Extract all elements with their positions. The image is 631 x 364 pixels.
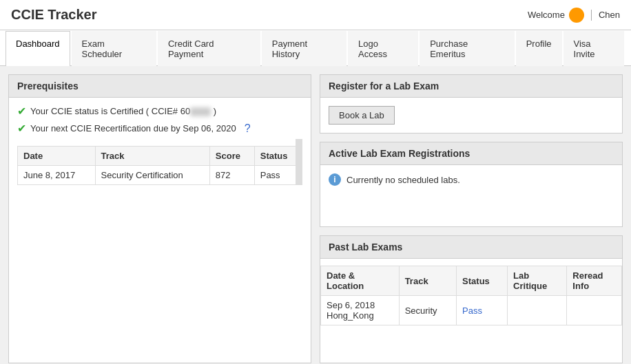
- ccie-status-text: Your CCIE status is Certified ( CCIE# 60…: [30, 106, 216, 116]
- past-col-track: Track: [399, 266, 456, 296]
- active-lab-title: Active Lab Exam Registrations: [320, 142, 622, 165]
- col-status: Status: [254, 147, 302, 166]
- past-lab-header-row: Date &Location Track Status LabCritique …: [321, 266, 622, 296]
- main-content: Prerequisites ✔ Your CCIE status is Cert…: [0, 66, 631, 364]
- header-divider: [591, 10, 592, 21]
- tab-payment-history[interactable]: Payment History: [262, 31, 346, 66]
- tab-logo-access[interactable]: Logo Access: [348, 31, 418, 66]
- navigation-tabs: Dashboard Exam Scheduler Credit Card Pay…: [0, 30, 631, 66]
- tab-credit-card-payment[interactable]: Credit Card Payment: [158, 31, 260, 66]
- past-cell-reread-info: [567, 296, 622, 325]
- past-col-status: Status: [457, 266, 508, 296]
- register-body: Book a Lab: [320, 98, 622, 133]
- past-col-reread: RereadInfo: [567, 266, 622, 296]
- recertification-item: ✔ Your next CCIE Recertification due by …: [17, 122, 302, 135]
- cell-status: Pass: [254, 166, 302, 185]
- info-circle-icon: i: [329, 173, 341, 186]
- check-icon-2: ✔: [17, 122, 26, 135]
- cell-track: Security Certification: [95, 166, 209, 185]
- table-header-row: Date Track Score Status: [18, 147, 302, 166]
- cell-score: 872: [209, 166, 254, 185]
- active-lab-body: i Currently no scheduled labs.: [320, 165, 622, 194]
- col-score: Score: [209, 147, 254, 166]
- user-avatar-icon: [569, 8, 584, 23]
- cell-date: June 8, 2017: [18, 166, 96, 185]
- table-row: June 8, 2017 Security Certification 872 …: [18, 166, 302, 185]
- header-user-area: Welcome Chen: [528, 8, 620, 23]
- past-cell-track: Security: [399, 296, 456, 325]
- past-lab-title: Past Lab Exams: [320, 236, 622, 259]
- right-panel: Register for a Lab Exam Book a Lab Activ…: [320, 74, 623, 363]
- prerequisites-body: ✔ Your CCIE status is Certified ( CCIE# …: [9, 98, 311, 192]
- info-icon[interactable]: ?: [245, 122, 251, 135]
- active-lab-panel: Active Lab Exam Registrations i Currentl…: [320, 142, 623, 227]
- tab-exam-scheduler[interactable]: Exam Scheduler: [72, 31, 156, 66]
- table-row: Sep 6, 2018Hong_Kong Security Pass: [321, 296, 622, 325]
- app-header: CCIE Tracker Welcome Chen: [0, 0, 631, 30]
- past-lab-body: Date &Location Track Status LabCritique …: [320, 266, 622, 325]
- recertification-text: Your next CCIE Recertification due by Se…: [30, 123, 236, 133]
- col-track: Track: [95, 147, 209, 166]
- left-panel: Prerequisites ✔ Your CCIE status is Cert…: [8, 74, 311, 363]
- tab-visa-invite[interactable]: Visa Invite: [563, 31, 624, 66]
- tab-dashboard[interactable]: Dashboard: [6, 31, 70, 66]
- ccie-status-item: ✔ Your CCIE status is Certified ( CCIE# …: [17, 105, 302, 118]
- register-title: Register for a Lab Exam: [320, 75, 622, 98]
- past-col-date-location: Date &Location: [321, 266, 400, 296]
- user-name: Chen: [599, 10, 620, 20]
- prereq-table: Date Track Score Status June 8, 2017 Sec…: [17, 146, 302, 185]
- prereq-table-wrap: Date Track Score Status June 8, 2017 Sec…: [17, 139, 302, 185]
- book-lab-button[interactable]: Book a Lab: [329, 106, 395, 125]
- app-title: CCIE Tracker: [11, 7, 97, 23]
- welcome-label: Welcome: [528, 10, 565, 20]
- prereq-table-container[interactable]: Date Track Score Status June 8, 2017 Sec…: [17, 139, 302, 185]
- col-date: Date: [18, 147, 96, 166]
- prerequisites-panel: Prerequisites ✔ Your CCIE status is Cert…: [8, 74, 311, 363]
- past-cell-status: Pass: [457, 296, 508, 325]
- prerequisites-title: Prerequisites: [9, 75, 311, 98]
- past-lab-table: Date &Location Track Status LabCritique …: [320, 266, 622, 325]
- past-col-lab-critique: LabCritique: [508, 266, 567, 296]
- tab-profile[interactable]: Profile: [516, 31, 562, 66]
- tab-purchase-emeritus[interactable]: Purchase Emeritus: [420, 31, 514, 66]
- blurred-id: xx: [190, 107, 211, 116]
- register-panel: Register for a Lab Exam Book a Lab: [320, 74, 623, 133]
- check-icon-1: ✔: [17, 105, 26, 118]
- past-cell-lab-critique: [508, 296, 567, 325]
- no-labs-message: Currently no scheduled labs.: [346, 175, 460, 185]
- past-lab-panel: Past Lab Exams Date &Location Track Stat…: [320, 235, 623, 363]
- past-cell-date-location: Sep 6, 2018Hong_Kong: [321, 296, 400, 325]
- status-pass-link[interactable]: Pass: [462, 306, 482, 316]
